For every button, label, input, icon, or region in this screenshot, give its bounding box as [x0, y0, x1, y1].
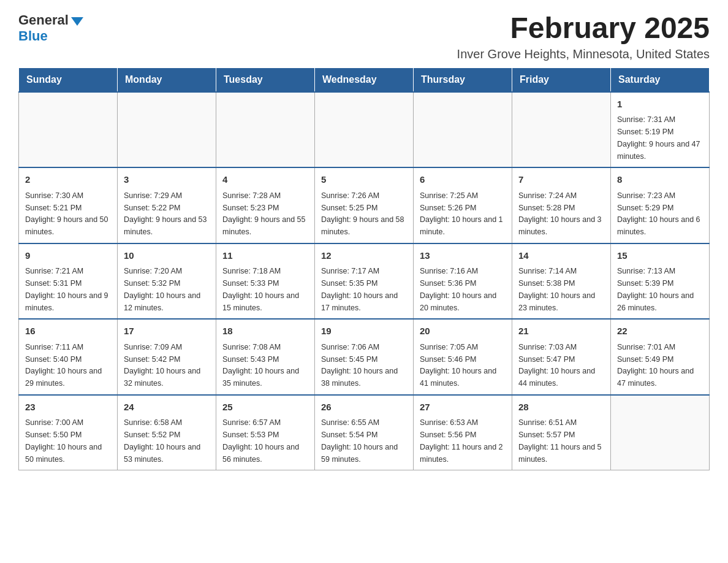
day-number: 28	[518, 400, 604, 415]
day-info: Sunrise: 7:25 AMSunset: 5:26 PMDaylight:…	[420, 191, 503, 236]
calendar-cell: 28Sunrise: 6:51 AMSunset: 5:57 PMDayligh…	[512, 395, 611, 470]
calendar-title: February 2025	[457, 12, 710, 45]
day-info: Sunrise: 7:01 AMSunset: 5:49 PMDaylight:…	[617, 343, 694, 388]
calendar-cell	[19, 92, 118, 168]
day-number: 27	[420, 400, 506, 415]
day-info: Sunrise: 7:03 AMSunset: 5:47 PMDaylight:…	[518, 343, 595, 388]
day-number: 5	[321, 173, 407, 187]
day-info: Sunrise: 6:57 AMSunset: 5:53 PMDaylight:…	[222, 418, 299, 463]
calendar-cell: 12Sunrise: 7:17 AMSunset: 5:35 PMDayligh…	[315, 243, 414, 320]
day-number: 13	[420, 249, 506, 263]
day-info: Sunrise: 6:51 AMSunset: 5:57 PMDaylight:…	[518, 418, 602, 463]
col-header-friday: Friday	[512, 67, 611, 92]
calendar-cell: 26Sunrise: 6:55 AMSunset: 5:54 PMDayligh…	[315, 395, 414, 470]
col-header-thursday: Thursday	[414, 67, 512, 92]
day-info: Sunrise: 7:20 AMSunset: 5:32 PMDaylight:…	[124, 267, 200, 312]
calendar-table: SundayMondayTuesdayWednesdayThursdayFrid…	[18, 67, 710, 471]
day-info: Sunrise: 7:30 AMSunset: 5:21 PMDaylight:…	[25, 191, 108, 236]
day-number: 18	[222, 324, 308, 339]
calendar-cell: 7Sunrise: 7:24 AMSunset: 5:28 PMDaylight…	[512, 167, 611, 243]
logo-arrow-icon	[71, 17, 83, 26]
day-info: Sunrise: 7:23 AMSunset: 5:29 PMDaylight:…	[617, 191, 700, 236]
calendar-cell: 6Sunrise: 7:25 AMSunset: 5:26 PMDaylight…	[414, 167, 512, 243]
calendar-cell: 16Sunrise: 7:11 AMSunset: 5:40 PMDayligh…	[19, 319, 118, 395]
calendar-cell: 19Sunrise: 7:06 AMSunset: 5:45 PMDayligh…	[315, 319, 414, 395]
calendar-cell: 22Sunrise: 7:01 AMSunset: 5:49 PMDayligh…	[611, 319, 710, 395]
day-info: Sunrise: 7:09 AMSunset: 5:42 PMDaylight:…	[124, 343, 200, 388]
day-info: Sunrise: 6:58 AMSunset: 5:52 PMDaylight:…	[124, 418, 200, 463]
day-number: 1	[617, 98, 703, 112]
calendar-cell: 15Sunrise: 7:13 AMSunset: 5:39 PMDayligh…	[611, 243, 710, 320]
day-number: 22	[617, 324, 703, 339]
calendar-week-3: 9Sunrise: 7:21 AMSunset: 5:31 PMDaylight…	[19, 243, 710, 320]
logo: General Blue	[18, 12, 83, 44]
calendar-body: 1Sunrise: 7:31 AMSunset: 5:19 PMDaylight…	[19, 92, 710, 470]
calendar-cell: 27Sunrise: 6:53 AMSunset: 5:56 PMDayligh…	[414, 395, 512, 470]
calendar-subtitle: Inver Grove Heights, Minnesota, United S…	[457, 47, 710, 61]
day-info: Sunrise: 7:28 AMSunset: 5:23 PMDaylight:…	[222, 191, 306, 236]
day-number: 21	[518, 324, 604, 339]
calendar-cell: 4Sunrise: 7:28 AMSunset: 5:23 PMDaylight…	[216, 167, 315, 243]
day-number: 12	[321, 249, 407, 263]
day-number: 23	[25, 400, 111, 415]
col-header-sunday: Sunday	[19, 67, 118, 92]
calendar-cell: 23Sunrise: 7:00 AMSunset: 5:50 PMDayligh…	[19, 395, 118, 470]
day-number: 16	[25, 324, 111, 339]
day-number: 20	[420, 324, 506, 339]
calendar-header-row: SundayMondayTuesdayWednesdayThursdayFrid…	[19, 67, 710, 92]
day-info: Sunrise: 7:31 AMSunset: 5:19 PMDaylight:…	[617, 115, 700, 160]
page-header: General Blue February 2025 Inver Grove H…	[18, 12, 710, 61]
col-header-saturday: Saturday	[611, 67, 710, 92]
day-info: Sunrise: 7:17 AMSunset: 5:35 PMDaylight:…	[321, 267, 398, 312]
calendar-cell: 11Sunrise: 7:18 AMSunset: 5:33 PMDayligh…	[216, 243, 315, 320]
calendar-cell	[611, 395, 710, 470]
logo-general: General	[18, 12, 69, 28]
day-info: Sunrise: 6:53 AMSunset: 5:56 PMDaylight:…	[420, 418, 503, 463]
calendar-cell: 17Sunrise: 7:09 AMSunset: 5:42 PMDayligh…	[118, 319, 216, 395]
calendar-cell: 9Sunrise: 7:21 AMSunset: 5:31 PMDaylight…	[19, 243, 118, 320]
day-number: 7	[518, 173, 604, 187]
day-number: 2	[25, 173, 111, 187]
calendar-cell: 2Sunrise: 7:30 AMSunset: 5:21 PMDaylight…	[19, 167, 118, 243]
calendar-cell: 21Sunrise: 7:03 AMSunset: 5:47 PMDayligh…	[512, 319, 611, 395]
calendar-cell	[512, 92, 611, 168]
day-info: Sunrise: 7:16 AMSunset: 5:36 PMDaylight:…	[420, 267, 496, 312]
day-info: Sunrise: 7:00 AMSunset: 5:50 PMDaylight:…	[25, 418, 102, 463]
calendar-week-4: 16Sunrise: 7:11 AMSunset: 5:40 PMDayligh…	[19, 319, 710, 395]
calendar-cell: 5Sunrise: 7:26 AMSunset: 5:25 PMDaylight…	[315, 167, 414, 243]
day-info: Sunrise: 7:14 AMSunset: 5:38 PMDaylight:…	[518, 267, 595, 312]
calendar-cell: 1Sunrise: 7:31 AMSunset: 5:19 PMDaylight…	[611, 92, 710, 168]
day-number: 4	[222, 173, 308, 187]
day-number: 24	[124, 400, 210, 415]
col-header-monday: Monday	[118, 67, 216, 92]
calendar-header: SundayMondayTuesdayWednesdayThursdayFrid…	[19, 67, 710, 92]
day-number: 25	[222, 400, 308, 415]
day-number: 26	[321, 400, 407, 415]
day-info: Sunrise: 7:05 AMSunset: 5:46 PMDaylight:…	[420, 343, 496, 388]
calendar-week-5: 23Sunrise: 7:00 AMSunset: 5:50 PMDayligh…	[19, 395, 710, 470]
calendar-cell: 18Sunrise: 7:08 AMSunset: 5:43 PMDayligh…	[216, 319, 315, 395]
day-info: Sunrise: 7:08 AMSunset: 5:43 PMDaylight:…	[222, 343, 299, 388]
calendar-cell	[118, 92, 216, 168]
day-info: Sunrise: 7:26 AMSunset: 5:25 PMDaylight:…	[321, 191, 404, 236]
day-number: 9	[25, 249, 111, 263]
calendar-cell: 8Sunrise: 7:23 AMSunset: 5:29 PMDaylight…	[611, 167, 710, 243]
day-info: Sunrise: 7:13 AMSunset: 5:39 PMDaylight:…	[617, 267, 694, 312]
calendar-cell: 3Sunrise: 7:29 AMSunset: 5:22 PMDaylight…	[118, 167, 216, 243]
day-info: Sunrise: 7:18 AMSunset: 5:33 PMDaylight:…	[222, 267, 299, 312]
col-header-wednesday: Wednesday	[315, 67, 414, 92]
day-info: Sunrise: 7:29 AMSunset: 5:22 PMDaylight:…	[124, 191, 207, 236]
logo-blue: Blue	[18, 28, 48, 44]
calendar-cell: 20Sunrise: 7:05 AMSunset: 5:46 PMDayligh…	[414, 319, 512, 395]
day-info: Sunrise: 6:55 AMSunset: 5:54 PMDaylight:…	[321, 418, 398, 463]
day-number: 3	[124, 173, 210, 187]
calendar-week-1: 1Sunrise: 7:31 AMSunset: 5:19 PMDaylight…	[19, 92, 710, 168]
day-number: 15	[617, 249, 703, 263]
calendar-cell: 13Sunrise: 7:16 AMSunset: 5:36 PMDayligh…	[414, 243, 512, 320]
day-number: 14	[518, 249, 604, 263]
title-block: February 2025 Inver Grove Heights, Minne…	[457, 12, 710, 61]
day-info: Sunrise: 7:21 AMSunset: 5:31 PMDaylight:…	[25, 267, 108, 312]
calendar-cell: 24Sunrise: 6:58 AMSunset: 5:52 PMDayligh…	[118, 395, 216, 470]
calendar-cell: 14Sunrise: 7:14 AMSunset: 5:38 PMDayligh…	[512, 243, 611, 320]
calendar-cell: 25Sunrise: 6:57 AMSunset: 5:53 PMDayligh…	[216, 395, 315, 470]
